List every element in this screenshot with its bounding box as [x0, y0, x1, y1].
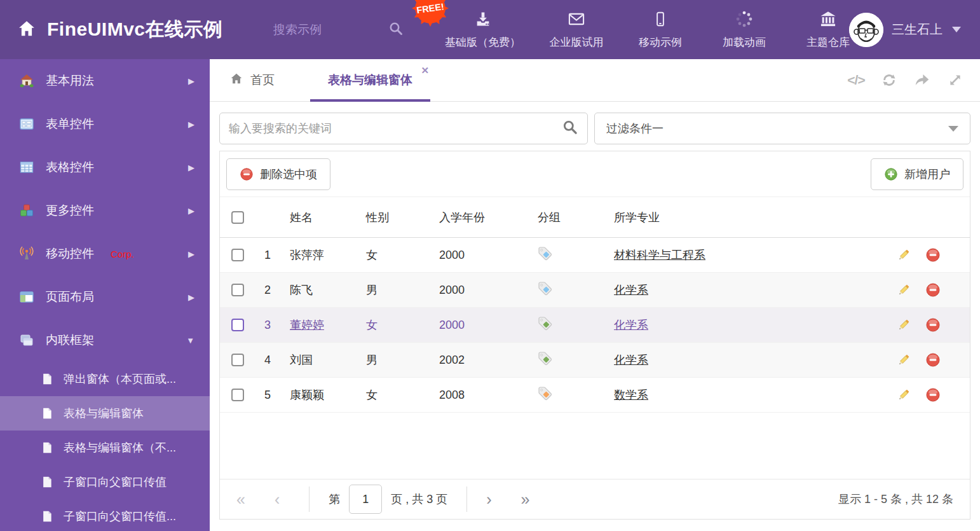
sidebar-item-mobile-controls[interactable]: 移动控件 Corp. ▶ [0, 232, 210, 275]
nav-label: 加载动画 [723, 35, 766, 50]
sidebar-item-basic-usage[interactable]: 基本用法 ▶ [0, 59, 210, 102]
refresh-icon[interactable] [881, 72, 897, 88]
chevron-right-icon: ▶ [188, 120, 194, 129]
edit-button[interactable] [896, 247, 911, 263]
prev-page-button[interactable]: ‹ [275, 492, 280, 507]
chevron-down-icon [952, 27, 961, 32]
row-checkbox[interactable] [231, 354, 244, 366]
sidebar-subitem-popup-window[interactable]: 弹出窗体（本页面或... [0, 362, 210, 396]
keyword-search-input[interactable] [229, 122, 562, 135]
first-page-button[interactable]: « [236, 492, 245, 507]
next-page-button[interactable]: › [486, 492, 491, 507]
nav-item-theme-store[interactable]: 主题仓库 [800, 10, 856, 50]
table-row[interactable]: 5 康颖颖 女 2008 数学系 [220, 378, 970, 413]
filter-row: 过滤条件一 [219, 113, 970, 144]
cell-gender: 男 [360, 282, 433, 298]
sidebar: 基本用法 ▶ 表单控件 ▶ 表格控件 ▶ 更多控件 ▶ [0, 59, 210, 531]
table-row[interactable]: 4 刘国 男 2002 化学系 [220, 343, 970, 378]
layout-icon [19, 289, 34, 305]
sidebar-item-iframe[interactable]: 内联框架 ▼ [0, 319, 210, 362]
major-link[interactable]: 化学系 [614, 354, 648, 366]
row-checkbox[interactable] [231, 319, 244, 331]
sidebar-subitem-label: 表格与编辑窗体（不... [64, 440, 176, 455]
cell-gender: 女 [360, 387, 433, 403]
delete-row-button[interactable] [925, 387, 941, 403]
delete-selected-button[interactable]: 删除选中项 [226, 158, 330, 190]
major-link[interactable]: 材料科学与工程系 [614, 249, 705, 261]
corp-badge: Corp. [111, 249, 134, 259]
table-icon [19, 160, 34, 175]
open-in-new-icon[interactable] [914, 72, 930, 88]
tag-icon [538, 386, 553, 404]
brand[interactable]: FineUIMvc在线示例 [0, 17, 223, 43]
avatar [849, 13, 883, 47]
sidebar-item-page-layout[interactable]: 页面布局 ▶ [0, 275, 210, 319]
app-window: FineUIMvc在线示例 [0, 0, 980, 531]
chevron-right-icon: ▶ [188, 293, 194, 302]
header-search [273, 0, 404, 59]
select-all-checkbox[interactable] [231, 211, 244, 224]
nav-item-enterprise-trial[interactable]: 企业版试用 [548, 10, 604, 50]
column-gender: 性别 [360, 210, 433, 225]
close-icon[interactable]: ✕ [421, 65, 429, 76]
cell-gender: 男 [360, 352, 433, 368]
cell-year: 2008 [433, 389, 531, 402]
edit-button[interactable] [896, 282, 911, 298]
source-code-icon[interactable]: </> [848, 72, 864, 88]
sidebar-subitem-grid-edit-window-2[interactable]: 表格与编辑窗体（不... [0, 431, 210, 465]
sidebar-item-label: 表单控件 [46, 116, 94, 132]
edit-button[interactable] [896, 317, 911, 333]
divider [309, 486, 310, 512]
row-checkbox[interactable] [231, 249, 244, 261]
sidebar-subitem-label: 弹出窗体（本页面或... [64, 371, 176, 387]
sidebar-subitem-grid-edit-window[interactable]: 表格与编辑窗体 [0, 396, 210, 431]
sidebar-subitem-label: 子窗口向父窗口传值 [64, 474, 167, 490]
expand-icon[interactable] [947, 72, 963, 88]
table-row[interactable]: 2 陈飞 男 2000 化学系 [220, 273, 970, 308]
nav-item-basic-free[interactable]: FREE! 基础版（免费） [445, 10, 521, 50]
tab-actions: </> [848, 59, 980, 101]
sidebar-subitem-child-to-parent-2[interactable]: 子窗口向父窗口传值... [0, 499, 210, 531]
page-number-input[interactable] [349, 485, 382, 514]
major-link[interactable]: 数学系 [614, 389, 648, 401]
delete-row-button[interactable] [925, 352, 941, 368]
cell-name: 陈飞 [280, 282, 360, 298]
filter-dropdown[interactable]: 过滤条件一 [594, 113, 970, 144]
sidebar-subitem-child-to-parent[interactable]: 子窗口向父窗口传值 [0, 465, 210, 499]
row-checkbox[interactable] [231, 284, 244, 296]
add-user-button[interactable]: 新增用户 [871, 158, 963, 190]
tab-home[interactable]: 首页 [210, 59, 294, 101]
nav-label: 主题仓库 [806, 35, 850, 50]
nav-label: 移动示例 [639, 35, 682, 50]
edit-button[interactable] [896, 352, 911, 368]
sidebar-item-more-controls[interactable]: 更多控件 ▶ [0, 189, 210, 232]
tag-icon [538, 246, 553, 265]
sidebar-item-grid-controls[interactable]: 表格控件 ▶ [0, 146, 210, 189]
chevron-right-icon: ▶ [188, 76, 194, 86]
nav-label: 基础版（免费） [445, 35, 521, 50]
user-menu[interactable]: 三生石上 [849, 0, 980, 59]
search-icon[interactable] [388, 21, 404, 39]
last-page-button[interactable]: » [521, 492, 530, 507]
keyword-search [219, 113, 588, 144]
header-search-input[interactable] [273, 23, 362, 37]
bank-icon [819, 10, 838, 31]
sidebar-item-form-controls[interactable]: 表单控件 ▶ [0, 102, 210, 146]
delete-row-button[interactable] [925, 317, 941, 333]
delete-row-button[interactable] [925, 282, 941, 298]
pagination-bar: « ‹ 第 页 , 共 3 页 › » 显示 1 - 5 条 , 共 12 条 [220, 479, 970, 519]
table-row[interactable]: 1 张萍萍 女 2000 材料科学与工程系 [220, 238, 970, 273]
form-icon [19, 116, 34, 132]
major-link[interactable]: 化学系 [614, 284, 648, 296]
tab-grid-edit-window[interactable]: 表格与编辑窗体 ✕ [310, 59, 430, 101]
edit-button[interactable] [896, 387, 911, 403]
search-icon[interactable] [562, 119, 578, 138]
free-badge: FREE! [412, 0, 449, 27]
delete-row-button[interactable] [925, 247, 941, 263]
nav-item-loading-animation[interactable]: 加载动画 [716, 10, 772, 50]
nav-item-mobile-demo[interactable]: 移动示例 [632, 10, 688, 50]
major-link[interactable]: 化学系 [614, 319, 648, 331]
frames-icon [19, 333, 34, 348]
table-row[interactable]: 3 董婷婷 女 2000 化学系 [220, 308, 970, 343]
row-checkbox[interactable] [231, 389, 244, 401]
